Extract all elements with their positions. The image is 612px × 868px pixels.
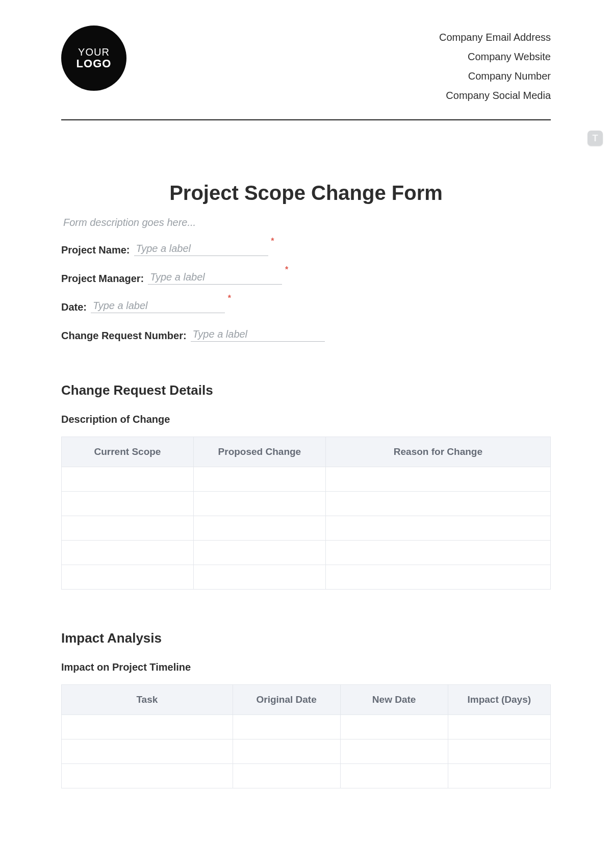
subsection-heading-desc-of-change: Description of Change — [61, 414, 551, 425]
table-cell[interactable] — [193, 541, 325, 565]
table-cell[interactable] — [62, 764, 233, 788]
table-cell[interactable] — [325, 516, 550, 541]
table-row — [62, 565, 551, 590]
subsection-heading-impact-timeline: Impact on Project Timeline — [61, 661, 551, 673]
table-cell[interactable] — [340, 715, 448, 739]
company-email: Company Email Address — [439, 28, 551, 47]
table-row — [62, 715, 551, 739]
header-divider — [61, 119, 551, 120]
page-inner: YOUR LOGO Company Email Address Company … — [0, 0, 612, 809]
header: YOUR LOGO Company Email Address Company … — [61, 25, 551, 105]
table-row — [62, 467, 551, 492]
table-header-cell: Proposed Change — [193, 437, 325, 467]
section-heading-change-details: Change Request Details — [61, 382, 551, 398]
table-cell[interactable] — [340, 764, 448, 788]
table-cell[interactable] — [233, 715, 340, 739]
field-label: Date: — [61, 301, 87, 313]
table-cell[interactable] — [233, 739, 340, 764]
section-heading-impact: Impact Analysis — [61, 630, 551, 646]
company-social: Company Social Media — [439, 86, 551, 105]
table-header-cell: Impact (Days) — [448, 685, 550, 715]
logo-line1: YOUR — [78, 46, 110, 58]
table-cell[interactable] — [233, 764, 340, 788]
table-cell[interactable] — [340, 739, 448, 764]
table-row — [62, 764, 551, 788]
field-label: Change Request Number: — [61, 330, 187, 342]
table-cell[interactable] — [62, 565, 194, 590]
table-header-cell: Original Date — [233, 685, 340, 715]
required-asterisk-icon: * — [271, 237, 274, 246]
template-badge-letter: T — [593, 133, 598, 144]
table-cell[interactable] — [448, 739, 550, 764]
table-cell[interactable] — [193, 492, 325, 516]
table-cell[interactable] — [325, 467, 550, 492]
page-title: Project Scope Change Form — [61, 182, 551, 205]
table-row — [62, 516, 551, 541]
logo-line2: LOGO — [76, 58, 112, 70]
table-cell[interactable] — [62, 541, 194, 565]
table-row — [62, 739, 551, 764]
form-description-placeholder[interactable]: Form description goes here... — [63, 217, 551, 228]
table-cell[interactable] — [62, 715, 233, 739]
table-cell[interactable] — [325, 541, 550, 565]
table-header-cell: New Date — [340, 685, 448, 715]
table-header-cell: Current Scope — [62, 437, 194, 467]
table-cell[interactable] — [62, 739, 233, 764]
table-cell[interactable] — [193, 516, 325, 541]
table-row — [62, 541, 551, 565]
template-badge[interactable]: T — [588, 131, 603, 146]
field-date: Date: * — [61, 299, 551, 313]
field-change-req-no: Change Request Number: — [61, 327, 551, 342]
field-project-name: Project Name: * — [61, 242, 551, 256]
table-header-cell: Reason for Change — [325, 437, 550, 467]
field-label: Project Name: — [61, 244, 130, 256]
project-manager-input[interactable] — [148, 270, 282, 285]
table-header-cell: Task — [62, 685, 233, 715]
table-cell[interactable] — [62, 467, 194, 492]
company-website: Company Website — [439, 47, 551, 66]
page: T YOUR LOGO Company Email Address Compan… — [0, 0, 612, 868]
company-info: Company Email Address Company Website Co… — [439, 25, 551, 105]
table-cell[interactable] — [62, 492, 194, 516]
table-cell[interactable] — [448, 764, 550, 788]
required-asterisk-icon: * — [228, 294, 231, 303]
table-cell[interactable] — [62, 516, 194, 541]
field-label: Project Manager: — [61, 273, 144, 285]
table-cell[interactable] — [193, 467, 325, 492]
required-asterisk-icon: * — [285, 265, 288, 274]
date-input[interactable] — [91, 299, 225, 313]
field-project-manager: Project Manager: * — [61, 270, 551, 285]
impact-table: TaskOriginal DateNew DateImpact (Days) — [61, 684, 551, 788]
table-cell[interactable] — [325, 565, 550, 590]
change-req-no-input[interactable] — [191, 327, 325, 342]
project-name-input[interactable] — [134, 242, 268, 256]
logo-placeholder: YOUR LOGO — [61, 25, 126, 91]
table-cell[interactable] — [193, 565, 325, 590]
table-cell[interactable] — [325, 492, 550, 516]
company-number: Company Number — [439, 66, 551, 86]
table-row — [62, 492, 551, 516]
table-cell[interactable] — [448, 715, 550, 739]
change-details-table: Current ScopeProposed ChangeReason for C… — [61, 437, 551, 590]
